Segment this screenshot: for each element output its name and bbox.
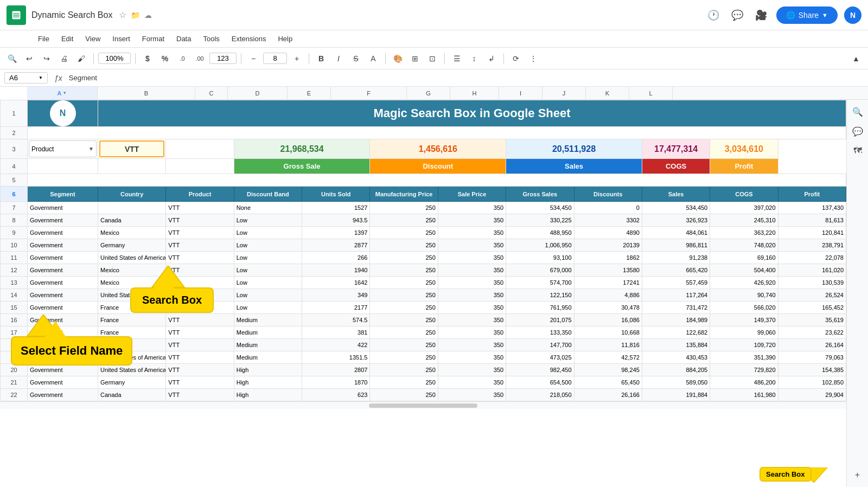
vtt-input[interactable]: VTT: [99, 140, 164, 157]
table-row: 15 Government France VTT Low 2177 250 35…: [1, 302, 846, 314]
user-avatar: N: [844, 7, 861, 24]
col-header-b[interactable]: B: [98, 87, 195, 99]
search-toolbar-button[interactable]: 🔍: [4, 51, 20, 66]
merge-button[interactable]: ⊡: [425, 51, 440, 66]
app-icon: [7, 5, 26, 25]
kpi-sales-label: Sales: [506, 159, 642, 174]
formula-input[interactable]: [69, 74, 864, 82]
col-header-e[interactable]: E: [288, 87, 331, 99]
cell-ref-dropdown-icon: ▼: [39, 75, 43, 80]
decrease-font-button[interactable]: −: [246, 51, 261, 66]
comment-button[interactable]: 💬: [729, 7, 746, 24]
column-headers: A▼ B C D E F G H I J K L: [27, 87, 868, 100]
table-row: 1 N Magic Search Box in Google Sheet: [1, 100, 846, 127]
h-align-button[interactable]: ☰: [449, 51, 464, 66]
col-header-k[interactable]: K: [586, 87, 629, 99]
row-num-2: 2: [1, 127, 28, 139]
col-header-j[interactable]: J: [542, 87, 586, 99]
row-num-5: 5: [1, 174, 28, 187]
kpi-sales-value: 20,511,928: [506, 139, 642, 159]
col-header-i[interactable]: I: [499, 87, 542, 99]
collapse-toolbar-button[interactable]: ▲: [848, 51, 864, 66]
sidebar-map-icon[interactable]: 🗺: [850, 143, 865, 158]
menu-extensions[interactable]: Extensions: [226, 33, 272, 45]
row-num-1: 1: [1, 100, 28, 127]
cell-reference-box[interactable]: A6 ▼: [4, 72, 48, 84]
menu-format[interactable]: Format: [137, 33, 170, 45]
table-row: 4 Gross Sale Discount Sales COGS Profit: [1, 159, 846, 174]
col-segment: Segment: [28, 187, 98, 202]
col-header-g[interactable]: G: [407, 87, 450, 99]
product-dropdown[interactable]: Product ▼: [29, 140, 97, 157]
vtt-input-cell[interactable]: VTT: [98, 139, 166, 159]
sidebar-explore-icon[interactable]: 🔍: [850, 104, 865, 119]
menu-edit[interactable]: Edit: [56, 33, 79, 45]
star-icon[interactable]: ☆: [119, 10, 126, 20]
col-header-d[interactable]: D: [228, 87, 288, 99]
menu-help[interactable]: Help: [272, 33, 298, 45]
decimal-inc-button[interactable]: .00: [192, 51, 207, 66]
bold-button[interactable]: B: [314, 51, 329, 66]
borders-button[interactable]: ⊞: [407, 51, 423, 66]
currency-button[interactable]: $: [140, 51, 155, 66]
percent-button[interactable]: %: [157, 51, 173, 66]
menu-data[interactable]: Data: [171, 33, 196, 45]
undo-button[interactable]: ↩: [22, 51, 37, 66]
more-options-button[interactable]: ⋮: [526, 51, 541, 66]
sidebar-plus-icon[interactable]: +: [850, 467, 865, 483]
zoom-control[interactable]: 100%: [98, 53, 131, 64]
row-num-6: 6: [1, 187, 28, 202]
col-header-h[interactable]: H: [450, 87, 499, 99]
kpi-cogs-label: COGS: [642, 159, 710, 174]
text-rotation-button[interactable]: ⟳: [508, 51, 524, 66]
strikethrough-button[interactable]: S: [348, 51, 363, 66]
horizontal-scrollbar[interactable]: [0, 401, 846, 409]
col-header-l[interactable]: L: [629, 87, 673, 99]
format-selector[interactable]: 123: [209, 53, 237, 64]
row-num-19: 19: [1, 351, 28, 364]
menu-insert[interactable]: Insert: [107, 33, 136, 45]
sidebar-chat-icon[interactable]: 💬: [850, 124, 865, 139]
redo-button[interactable]: ↪: [39, 51, 54, 66]
col-header-c[interactable]: C: [195, 87, 228, 99]
col-discounts: Discounts: [574, 187, 642, 202]
svg-rect-2: [13, 15, 20, 15]
sheet-body: 1 N Magic Search Box in Google Sheet 2 3: [0, 100, 868, 487]
kpi-gross-sale-label: Gross Sale: [234, 159, 370, 174]
row-num-15: 15: [1, 302, 28, 314]
wrap-button[interactable]: ↲: [484, 51, 499, 66]
col-header-a[interactable]: A▼: [27, 87, 98, 99]
menu-view[interactable]: View: [80, 33, 106, 45]
svg-rect-1: [13, 13, 20, 14]
row-num-16: 16: [1, 314, 28, 326]
share-button[interactable]: 🌐 Share ▼: [776, 7, 838, 24]
folder-icon[interactable]: 📁: [131, 11, 140, 20]
title-cell: Magic Search Box in Google Sheet: [98, 100, 846, 127]
font-size-box[interactable]: 8: [263, 53, 287, 64]
italic-button[interactable]: I: [331, 51, 346, 66]
kpi-profit-label: Profit: [710, 159, 778, 174]
cell-ref-value: A6: [9, 74, 18, 82]
product-dropdown-cell[interactable]: Product ▼: [28, 139, 98, 159]
v-align-button[interactable]: ↕: [467, 51, 482, 66]
toolbar-separator-3: [241, 53, 241, 64]
fill-color-button[interactable]: 🎨: [390, 51, 405, 66]
table-row: 11 Government United States of America V…: [1, 252, 846, 264]
decimal-dec-button[interactable]: .0: [175, 51, 190, 66]
table-row: 10 Government Germany VTT Low 2877 250 3…: [1, 239, 846, 252]
camera-button[interactable]: 🎥: [752, 7, 770, 24]
menu-file[interactable]: File: [33, 33, 55, 45]
table-row: 7 Government VTT None 1527 250 350 534,4…: [1, 202, 846, 214]
top-bar: Dynamic Search Box ☆ 📁 ☁ 🕐 💬 🎥 🌐 Share ▼…: [0, 0, 868, 30]
row-num-8: 8: [1, 214, 28, 227]
cloud-icon[interactable]: ☁: [144, 11, 152, 20]
col-header-f[interactable]: F: [331, 87, 407, 99]
scroll-thumb[interactable]: [369, 403, 477, 408]
table-row: 9 Government Mexico VTT Low 1397 250 350…: [1, 227, 846, 239]
print-button[interactable]: 🖨: [56, 51, 72, 66]
text-color-button[interactable]: A: [366, 51, 381, 66]
history-button[interactable]: 🕐: [705, 7, 722, 24]
increase-font-button[interactable]: +: [289, 51, 304, 66]
paint-format-button[interactable]: 🖌: [74, 51, 89, 66]
menu-tools[interactable]: Tools: [197, 33, 225, 45]
